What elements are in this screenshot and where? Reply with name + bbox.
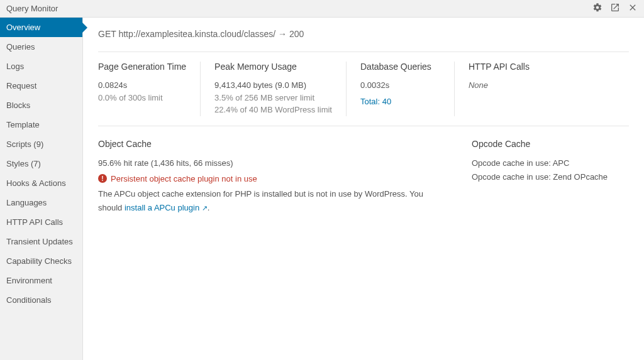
stat-title: Page Generation Time: [98, 62, 186, 72]
section-title: Opcode Cache: [472, 139, 629, 149]
close-icon[interactable]: [628, 3, 638, 14]
sidebar-item-queries[interactable]: Queries: [0, 37, 82, 57]
external-link-icon: ↗: [202, 204, 208, 212]
section-title: Object Cache: [98, 139, 447, 149]
gear-icon[interactable]: [592, 3, 602, 14]
sidebar-item-http-api[interactable]: HTTP API Calls: [0, 212, 82, 232]
sidebar-item-hooks[interactable]: Hooks & Actions: [0, 173, 82, 193]
sidebar-item-conditionals[interactable]: Conditionals: [0, 290, 82, 310]
sidebar-item-template[interactable]: Template: [0, 115, 82, 134]
stat-sub: 22.4% of 40 MB WordPress limit: [214, 104, 332, 116]
hit-rate: 95.6% hit rate (1,436 hits, 66 misses): [98, 156, 447, 170]
stat-memory: Peak Memory Usage 9,413,440 bytes (9.0 M…: [214, 62, 347, 116]
stat-sub: 3.5% of 256 MB server limit: [214, 92, 332, 104]
db-total-link[interactable]: Total: 40: [360, 97, 391, 106]
request-line: GET http://examplesitea.kinsta.cloud/cla…: [98, 29, 629, 52]
sidebar-item-transients[interactable]: Transient Updates: [0, 232, 82, 251]
warning-icon: !: [98, 174, 107, 183]
sidebar-item-scripts[interactable]: Scripts (9): [0, 134, 82, 154]
stat-value: 0.0032s: [360, 79, 440, 92]
stat-title: HTTP API Calls: [469, 62, 549, 72]
main-panel: GET http://examplesitea.kinsta.cloud/cla…: [83, 18, 644, 360]
opcode-cache-section: Opcode Cache Opcode cache in use: APC Op…: [472, 139, 629, 215]
topbar-actions: [592, 3, 638, 14]
sidebar-item-request[interactable]: Request: [0, 76, 82, 95]
install-plugin-link[interactable]: install a APCu plugin ↗: [125, 203, 208, 212]
stat-value: None: [469, 79, 549, 92]
opcode-line: Opcode cache in use: Zend OPcache: [472, 170, 629, 184]
cache-desc: The APCu object cache extension for PHP …: [98, 187, 447, 215]
stat-title: Peak Memory Usage: [214, 62, 332, 72]
object-cache-section: Object Cache 95.6% hit rate (1,436 hits,…: [98, 139, 447, 215]
popout-icon[interactable]: [610, 3, 620, 14]
warning-text: Persistent object cache plugin not in us…: [111, 174, 257, 183]
stat-value: 0.0824s: [98, 79, 186, 92]
stat-http-api: HTTP API Calls None: [469, 62, 563, 116]
cache-row: Object Cache 95.6% hit rate (1,436 hits,…: [98, 139, 629, 215]
stat-page-generation: Page Generation Time 0.0824s 0.0% of 300…: [98, 62, 201, 116]
sidebar-item-logs[interactable]: Logs: [0, 57, 82, 76]
sidebar-item-styles[interactable]: Styles (7): [0, 154, 82, 173]
stat-title: Database Queries: [360, 62, 440, 72]
sidebar-item-overview[interactable]: Overview: [0, 18, 82, 37]
stat-database: Database Queries 0.0032s Total: 40: [360, 62, 455, 116]
sidebar-item-blocks[interactable]: Blocks: [0, 95, 82, 115]
sidebar-item-languages[interactable]: Languages: [0, 193, 82, 212]
stat-value: 9,413,440 bytes (9.0 MB): [214, 79, 332, 92]
stat-sub: 0.0% of 300s limit: [98, 92, 186, 104]
topbar: Query Monitor: [0, 0, 644, 18]
app-title: Query Monitor: [6, 4, 58, 13]
stats-row: Page Generation Time 0.0824s 0.0% of 300…: [98, 52, 629, 126]
sidebar-item-environment[interactable]: Environment: [0, 271, 82, 290]
cache-warning: ! Persistent object cache plugin not in …: [98, 174, 447, 183]
opcode-line: Opcode cache in use: APC: [472, 156, 629, 170]
sidebar: Overview Queries Logs Request Blocks Tem…: [0, 18, 83, 360]
sidebar-item-capability[interactable]: Capability Checks: [0, 251, 82, 271]
